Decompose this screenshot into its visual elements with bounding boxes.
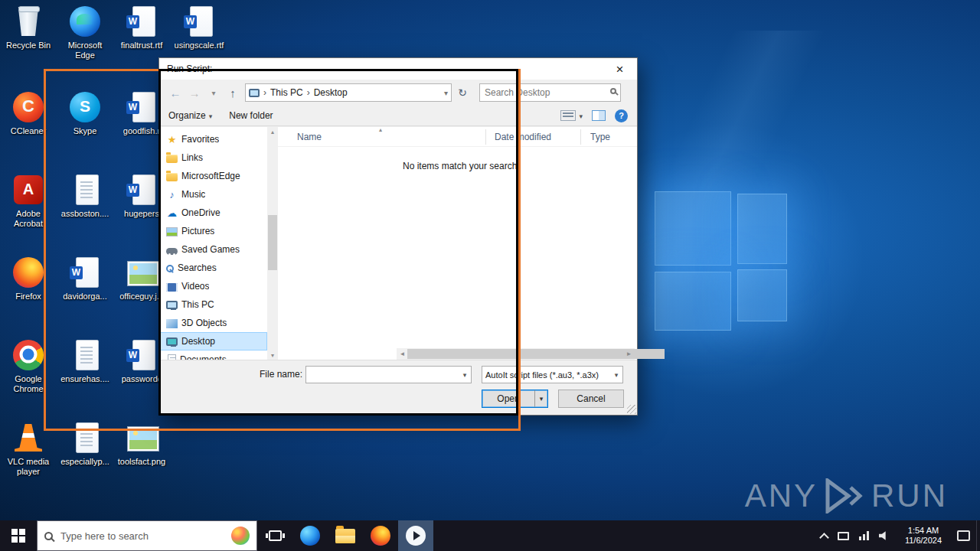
taskbar-edge-button[interactable] [292,520,328,551]
sidebar-item-favorites[interactable]: Favorites [159,130,267,148]
picture-icon [166,227,178,236]
show-desktop-button[interactable] [976,520,980,551]
forward-icon[interactable] [186,84,203,101]
taskbar-file-explorer-button[interactable] [328,520,363,551]
desktop-icon-usingscale[interactable]: usingscale.rtf [171,5,227,51]
desktop-icon-ccleaner[interactable]: CCleaner [0,90,57,136]
desktop-icon-ensurehas[interactable]: ensurehas.... [57,338,113,384]
sidebar-item-music[interactable]: Music [159,185,267,204]
scrollbar-thumb[interactable] [268,215,277,270]
dialog-search-input[interactable] [479,83,621,102]
desktop-icon-label: especiallyp... [57,457,113,467]
action-center-icon[interactable] [957,530,970,541]
file-type-combobox[interactable]: AutoIt script files (*.au3, *.a3x) [482,366,623,383]
desktop-icon-toolsfact[interactable]: toolsfact.png [113,421,170,467]
hidden-icons-chevron-icon[interactable] [820,532,828,540]
start-button[interactable] [0,520,37,551]
file-name-label: File name: [260,369,302,380]
help-icon[interactable] [615,109,628,122]
desktop-icon-skype[interactable]: Skype [57,90,113,136]
sidebar-item-desktop[interactable]: Desktop [159,332,267,350]
scroll-up-icon[interactable]: ▴ [267,127,278,138]
resize-grip[interactable] [627,405,636,414]
sidebar-item-pictures[interactable]: Pictures [159,222,267,240]
desktop-icon-firefox[interactable]: Firefox [0,256,57,302]
desktop-icon-assboston[interactable]: assboston.... [57,173,113,219]
sidebar-item-saved-games[interactable]: Saved Games [159,240,267,259]
sidebar-item-label: Links [181,152,203,163]
tray-display-icon[interactable] [838,532,849,540]
news-interests-icon[interactable] [231,527,250,545]
sidebar-item-label: Searches [178,262,217,273]
back-icon[interactable] [167,84,184,101]
sidebar-item-videos[interactable]: Videos [159,277,267,295]
sidebar-item-label: This PC [181,299,214,310]
file-name-input[interactable] [306,367,459,383]
dialog-titlebar[interactable]: Run Script: [159,58,637,80]
sidebar-item-3d-objects[interactable]: 3D Objects [159,314,267,332]
sidebar-scrollbar[interactable]: ▴ ▾ [267,127,278,361]
horizontal-scrollbar[interactable]: ◄ ► [397,348,635,360]
column-divider[interactable] [580,129,581,145]
cancel-button[interactable]: Cancel [558,390,624,408]
taskbar-clock[interactable]: 1:54 AM 11/6/2024 [900,526,947,546]
gamepad-icon [166,248,178,255]
breadcrumb-separator-icon [263,87,267,98]
preview-pane-icon[interactable] [592,110,606,121]
address-dropdown-icon[interactable] [444,87,448,98]
chevron-down-icon[interactable] [459,371,471,379]
open-dropdown-icon[interactable] [534,390,547,407]
sidebar-item-onedrive[interactable]: OneDrive [159,204,267,222]
scroll-left-icon[interactable]: ◄ [397,348,408,360]
desktop-icon-label: toolsfact.png [114,457,169,467]
breadcrumb-desktop[interactable]: Desktop [314,87,348,98]
word-file-icon [124,338,159,372]
empty-list-message: No items match your search. [403,161,520,171]
file-type-value: AutoIt script files (*.au3, *.a3x) [482,370,610,380]
sidebar-item-microsoftedge[interactable]: MicrosoftEdge [159,167,267,185]
scroll-right-icon[interactable]: ► [623,348,635,360]
image-file-icon [124,421,159,455]
up-icon[interactable] [224,84,241,101]
taskbar-anyrun-button[interactable] [398,520,433,551]
open-button[interactable]: Open [482,390,548,408]
new-folder-button[interactable]: New folder [229,110,273,121]
network-icon[interactable] [859,531,869,540]
taskbar-search-input[interactable] [59,530,225,543]
desktop-icon-recycle-bin[interactable]: Recycle Bin [0,5,57,51]
document-file-icon [67,173,103,207]
desktop-icon-adobe-acrobat[interactable]: Adobe Acrobat [0,173,57,229]
view-switcher-button[interactable] [560,110,583,121]
column-header-name[interactable]: Name [297,127,322,147]
desktop-icon-especiallyp[interactable]: especiallyp... [57,421,113,467]
refresh-icon[interactable] [454,84,471,101]
volume-icon[interactable] [879,531,890,540]
desktop-icon-davidorga[interactable]: davidorga... [57,256,113,302]
desktop-icon-label: Skype [57,126,113,136]
column-header-type[interactable]: Type [590,127,610,147]
column-header-date-modified[interactable]: Date modified [495,127,551,147]
chevron-down-icon [610,371,622,379]
address-bar[interactable]: This PC Desktop [245,83,452,102]
organize-button[interactable]: Organize [168,110,212,121]
breadcrumb-this-pc[interactable]: This PC [270,87,303,98]
task-view-button[interactable] [257,520,292,551]
desktop-icon-finaltrust[interactable]: finaltrust.rtf [113,5,170,51]
search-icon [166,265,174,272]
taskbar-firefox-button[interactable] [363,520,398,551]
navigation-pane: Favorites Links MicrosoftEdge Music OneD… [159,127,267,361]
history-chevron-icon[interactable] [205,84,222,101]
desktop-icon-google-chrome[interactable]: Google Chrome [0,338,57,394]
vlc-icon [11,421,46,455]
sidebar-item-links[interactable]: Links [159,148,267,167]
view-list-icon [560,110,576,121]
desktop-icon-microsoft-edge[interactable]: Microsoft Edge [57,5,113,60]
taskbar-search [37,520,257,551]
desktop-icon-vlc[interactable]: VLC media player [0,421,57,477]
column-divider[interactable] [485,129,486,145]
firefox-icon [371,526,390,546]
sidebar-item-this-pc[interactable]: This PC [159,295,267,314]
sidebar-item-searches[interactable]: Searches [159,259,267,277]
task-view-icon [269,530,282,541]
close-icon[interactable] [603,58,637,80]
